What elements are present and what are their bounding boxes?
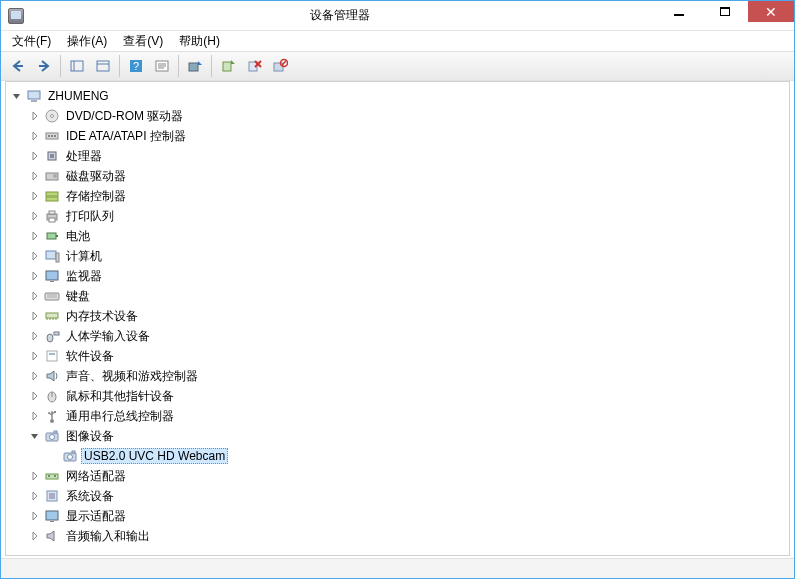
tree-item[interactable]: 系统设备 (28, 486, 789, 506)
display-icon (44, 508, 60, 524)
help-button[interactable]: ? (124, 54, 148, 78)
svg-rect-38 (56, 253, 59, 262)
tree-item[interactable]: 人体学输入设备 (28, 326, 789, 346)
expand-icon[interactable] (28, 269, 42, 283)
toolbar: ? (1, 51, 794, 81)
expand-icon[interactable] (28, 309, 42, 323)
svg-rect-34 (49, 218, 55, 222)
svg-point-21 (51, 115, 54, 118)
svg-rect-71 (50, 521, 54, 522)
tree-item[interactable]: ZHUMENG (10, 86, 789, 106)
tree-item[interactable]: 键盘 (28, 286, 789, 306)
tree-item[interactable]: 监视器 (28, 266, 789, 286)
svg-rect-44 (46, 313, 58, 318)
menu-view[interactable]: 查看(V) (115, 31, 171, 52)
tree-item[interactable]: 鼠标和其他指针设备 (28, 386, 789, 406)
maximize-button[interactable] (702, 1, 748, 22)
expand-icon[interactable] (28, 369, 42, 383)
tree-item[interactable]: 显示适配器 (28, 506, 789, 526)
tree-item-label: 电池 (63, 227, 93, 246)
tree-item-label: 存储控制器 (63, 187, 129, 206)
collapse-icon[interactable] (28, 429, 42, 443)
expand-icon[interactable] (28, 469, 42, 483)
expand-icon[interactable] (28, 229, 42, 243)
update-driver-button[interactable] (216, 54, 240, 78)
expand-icon[interactable] (28, 209, 42, 223)
cpu-icon (44, 148, 60, 164)
expand-icon[interactable] (28, 329, 42, 343)
expand-icon[interactable] (28, 289, 42, 303)
tree-item[interactable]: 图像设备 (28, 426, 789, 446)
tree-item-label: 计算机 (63, 247, 105, 266)
window-title: 设备管理器 (24, 7, 656, 24)
menu-help[interactable]: 帮助(H) (171, 31, 228, 52)
tree-item-label: 系统设备 (63, 487, 117, 506)
properties-button-2[interactable] (91, 54, 115, 78)
expand-icon[interactable] (28, 169, 42, 183)
tree-item-label: DVD/CD-ROM 驱动器 (63, 107, 186, 126)
hid-icon (44, 328, 60, 344)
mouse-icon (44, 388, 60, 404)
expand-icon[interactable] (28, 349, 42, 363)
window-controls: ✕ (656, 1, 794, 30)
expand-icon[interactable] (28, 149, 42, 163)
tree-item-label: 内存技术设备 (63, 307, 141, 326)
tree-item-label: 鼠标和其他指针设备 (63, 387, 177, 406)
expand-icon[interactable] (28, 109, 42, 123)
expand-icon[interactable] (28, 489, 42, 503)
tree-item[interactable]: 音频输入和输出 (28, 526, 789, 546)
titlebar[interactable]: 设备管理器 ✕ (1, 1, 794, 30)
tree-item[interactable]: 通用串行总线控制器 (28, 406, 789, 426)
properties-button[interactable] (150, 54, 174, 78)
close-button[interactable]: ✕ (748, 1, 794, 22)
tree-item[interactable]: 打印队列 (28, 206, 789, 226)
tree-item[interactable]: 声音、视频和游戏控制器 (28, 366, 789, 386)
tree-item[interactable]: 软件设备 (28, 346, 789, 366)
uninstall-button[interactable] (242, 54, 266, 78)
tree-item[interactable]: 电池 (28, 226, 789, 246)
device-tree[interactable]: ZHUMENGDVD/CD-ROM 驱动器IDE ATA/ATAPI 控制器处理… (6, 82, 789, 555)
svg-rect-51 (47, 351, 57, 361)
tree-item[interactable]: DVD/CD-ROM 驱动器 (28, 106, 789, 126)
tree-item[interactable]: 磁盘驱动器 (28, 166, 789, 186)
menu-action[interactable]: 操作(A) (59, 31, 115, 52)
show-hide-console-button[interactable] (65, 54, 89, 78)
expand-icon[interactable] (28, 189, 42, 203)
expand-icon[interactable] (28, 409, 42, 423)
minimize-button[interactable] (656, 1, 702, 22)
sound-icon (44, 368, 60, 384)
disable-button[interactable] (268, 54, 292, 78)
tree-item[interactable]: 处理器 (28, 146, 789, 166)
tree-item-label: 音频输入和输出 (63, 527, 153, 546)
tree-item-label: 人体学输入设备 (63, 327, 153, 346)
expand-icon[interactable] (28, 129, 42, 143)
tree-item-label: 打印队列 (63, 207, 117, 226)
svg-rect-65 (46, 474, 58, 479)
ide-icon (44, 128, 60, 144)
tree-item[interactable]: 网络适配器 (28, 466, 789, 486)
expand-icon[interactable] (28, 389, 42, 403)
svg-rect-18 (28, 91, 40, 99)
svg-rect-37 (46, 251, 56, 259)
svg-point-57 (48, 412, 50, 414)
scan-hardware-button[interactable] (183, 54, 207, 78)
tree-item[interactable]: 计算机 (28, 246, 789, 266)
collapse-icon[interactable] (10, 89, 24, 103)
svg-rect-15 (274, 63, 283, 71)
tree-item-label: 显示适配器 (63, 507, 129, 526)
tree-item[interactable]: USB2.0 UVC HD Webcam (46, 446, 789, 466)
tree-item[interactable]: IDE ATA/ATAPI 控制器 (28, 126, 789, 146)
tree-item[interactable]: 存储控制器 (28, 186, 789, 206)
menu-file[interactable]: 文件(F) (4, 31, 59, 52)
tree-item-label: ZHUMENG (45, 88, 112, 104)
expand-icon[interactable] (28, 529, 42, 543)
svg-point-23 (48, 135, 50, 137)
tree-item-label: 软件设备 (63, 347, 117, 366)
tree-item[interactable]: 内存技术设备 (28, 306, 789, 326)
svg-rect-11 (223, 62, 231, 71)
back-button[interactable] (6, 54, 30, 78)
expand-icon[interactable] (28, 509, 42, 523)
forward-button[interactable] (32, 54, 56, 78)
expand-icon[interactable] (28, 249, 42, 263)
svg-point-66 (48, 475, 50, 477)
